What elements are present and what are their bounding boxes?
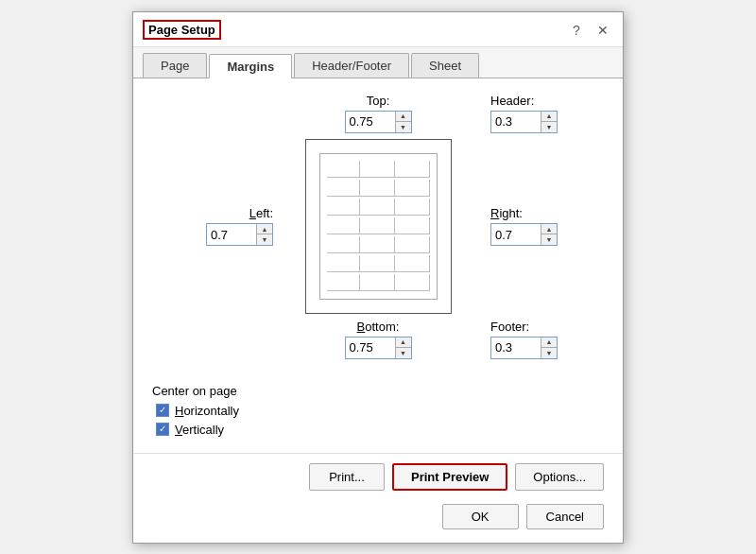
bottom-label: Bottom: [357, 320, 400, 334]
footer-up-btn[interactable]: ▲ [541, 338, 557, 348]
bottom-field-area: Bottom: 0.75 ▲ ▼ [345, 320, 412, 359]
footer-spinner-btns: ▲ ▼ [541, 338, 557, 358]
bottom-down-btn[interactable]: ▼ [396, 348, 411, 358]
bottom-spinner[interactable]: 0.75 ▲ ▼ [345, 337, 412, 359]
table-row [327, 255, 430, 272]
top-field-area: Top: 0.75 ▲ ▼ [345, 94, 412, 133]
header-label: Header: [490, 94, 534, 108]
right-input[interactable]: 0.7 [491, 224, 541, 245]
bottom-up-btn[interactable]: ▲ [396, 338, 411, 348]
header-spinner[interactable]: 0.3 ▲ ▼ [490, 111, 558, 133]
tab-header-footer[interactable]: Header/Footer [294, 53, 409, 78]
right-spinner[interactable]: 0.7 ▲ ▼ [490, 223, 558, 246]
left-down-btn[interactable]: ▼ [257, 234, 272, 245]
top-up-btn[interactable]: ▲ [396, 112, 411, 122]
tab-bar: Page Margins Header/Footer Sheet [133, 47, 623, 78]
bottom-spinner-btns: ▲ ▼ [395, 338, 411, 358]
margins-layout: Top: 0.75 ▲ ▼ Header: 0.3 ▲ ▼ [152, 94, 604, 359]
title-controls: ? ✕ [566, 20, 613, 41]
vertically-checkbox[interactable]: ✓ [156, 423, 169, 436]
ok-button[interactable]: OK [442, 504, 519, 529]
vertically-label: Vertically [175, 423, 224, 437]
tab-sheet[interactable]: Sheet [411, 53, 479, 78]
cancel-button[interactable]: Cancel [526, 504, 604, 529]
dialog-title: Page Setup [143, 20, 221, 40]
tab-margins[interactable]: Margins [209, 54, 292, 78]
table-row [327, 161, 430, 178]
action-buttons-row: Print... Print Preview Options... [133, 453, 623, 500]
page-setup-dialog: Page Setup ? ✕ Page Margins Header/Foote… [132, 11, 624, 544]
checkmark-icon: ✓ [159, 424, 166, 434]
footer-spinner[interactable]: 0.3 ▲ ▼ [490, 337, 558, 359]
footer-input[interactable]: 0.3 [491, 338, 541, 358]
left-spinner-btns: ▲ ▼ [256, 224, 272, 245]
horizontally-label: Horizontally [175, 404, 239, 418]
left-input[interactable]: 0.7 [207, 224, 256, 245]
header-up-btn[interactable]: ▲ [541, 112, 557, 122]
header-field-area: Header: 0.3 ▲ ▼ [472, 94, 558, 133]
top-spinner-btns: ▲ ▼ [395, 112, 411, 132]
left-up-btn[interactable]: ▲ [257, 224, 272, 234]
print-preview-button[interactable]: Print Preview [392, 463, 507, 491]
top-spinner[interactable]: 0.75 ▲ ▼ [345, 111, 412, 133]
table-row [327, 217, 430, 234]
right-spinner-btns: ▲ ▼ [541, 224, 557, 245]
header-spinner-btns: ▲ ▼ [541, 112, 557, 132]
close-button[interactable]: ✕ [593, 20, 613, 41]
vertically-row: ✓ Vertically [156, 423, 604, 437]
footer-label: Footer: [490, 320, 529, 334]
horizontally-row: ✓ Horizontally [156, 404, 604, 418]
ok-cancel-row: OK Cancel [133, 500, 623, 543]
page-preview [305, 139, 452, 314]
dialog-content: Top: 0.75 ▲ ▼ Header: 0.3 ▲ ▼ [133, 78, 623, 453]
print-button[interactable]: Print... [309, 463, 385, 491]
footer-field-area: Footer: 0.3 ▲ ▼ [472, 320, 558, 359]
top-input[interactable]: 0.75 [346, 112, 395, 132]
header-input[interactable]: 0.3 [491, 112, 541, 132]
center-on-page-section: Center on page ✓ Horizontally ✓ Vertical… [152, 374, 604, 437]
table-row [327, 199, 430, 216]
left-field-area: LLeft:eft: 0.7 ▲ ▼ [206, 206, 284, 246]
right-up-btn[interactable]: ▲ [541, 224, 557, 234]
tab-page[interactable]: Page [143, 53, 207, 78]
checkmark-icon: ✓ [159, 406, 166, 415]
options-button[interactable]: Options... [515, 463, 604, 491]
help-button[interactable]: ? [566, 20, 587, 41]
left-spinner[interactable]: 0.7 ▲ ▼ [206, 223, 273, 246]
right-down-btn[interactable]: ▼ [541, 234, 557, 245]
top-down-btn[interactable]: ▼ [396, 122, 411, 132]
table-row [327, 274, 430, 291]
bottom-input[interactable]: 0.75 [346, 338, 395, 358]
page-table-preview [327, 161, 430, 292]
right-field-area: Right: 0.7 ▲ ▼ [472, 206, 558, 246]
header-down-btn[interactable]: ▼ [541, 122, 557, 132]
center-on-page-title: Center on page [152, 384, 604, 398]
table-row [327, 180, 430, 197]
left-label: LLeft:eft: [249, 206, 273, 220]
top-label: Top: [367, 94, 390, 108]
horizontally-checkbox[interactable]: ✓ [156, 404, 169, 417]
table-row [327, 236, 430, 253]
footer-down-btn[interactable]: ▼ [541, 348, 557, 358]
title-bar: Page Setup ? ✕ [133, 12, 623, 47]
right-label: Right: [490, 206, 523, 220]
